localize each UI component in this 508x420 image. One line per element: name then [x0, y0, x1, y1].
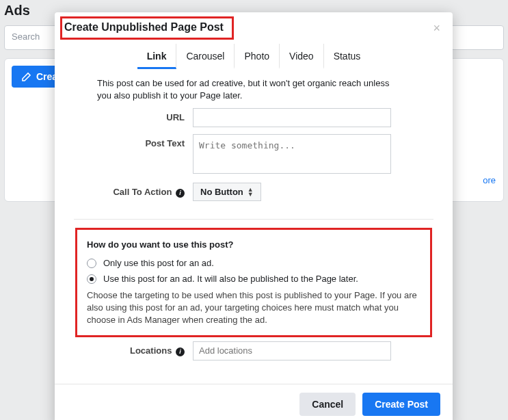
- pencil-edit-icon: [21, 71, 32, 82]
- usage-heading: How do you want to use this post?: [87, 239, 420, 250]
- radio-icon: [87, 274, 96, 284]
- radio-icon: [87, 259, 96, 268]
- radio-label: Use this post for an ad. It will also be…: [103, 274, 358, 284]
- close-icon[interactable]: ×: [433, 12, 443, 34]
- cta-value: No Button: [200, 187, 243, 197]
- tab-status[interactable]: Status: [324, 44, 371, 69]
- cta-select[interactable]: No Button ▲▼: [193, 183, 261, 201]
- radio-option-ad-and-publish[interactable]: Use this post for an ad. It will also be…: [87, 274, 420, 284]
- radio-label: Only use this post for an ad.: [103, 258, 214, 268]
- tab-link[interactable]: Link: [137, 44, 177, 69]
- label-cta: Call To Action i: [75, 183, 193, 198]
- info-icon: i: [176, 189, 185, 198]
- form-section: URL Post Text Call To Action i No Button…: [55, 107, 453, 215]
- helper-text: This post can be used for ad creative, b…: [55, 69, 453, 107]
- section-divider: [74, 219, 433, 220]
- info-icon: i: [176, 347, 185, 356]
- sort-carets-icon: ▲▼: [248, 187, 254, 197]
- label-url: URL: [75, 108, 193, 122]
- usage-section-highlight: How do you want to use this post? Only u…: [75, 228, 432, 337]
- create-unpublished-post-modal: Create Unpublished Page Post × Link Caro…: [55, 12, 453, 420]
- modal-footer: Cancel Create Post: [55, 384, 453, 420]
- tab-photo[interactable]: Photo: [235, 44, 280, 69]
- label-locations: Locations i: [75, 341, 193, 356]
- tab-carousel[interactable]: Carousel: [176, 44, 235, 69]
- locations-input[interactable]: [193, 341, 391, 360]
- post-type-tabs: Link Carousel Photo Video Status: [55, 44, 453, 69]
- create-post-button[interactable]: Create Post: [362, 393, 440, 416]
- post-text-input[interactable]: [193, 134, 391, 174]
- radio-option-ad-only[interactable]: Only use this post for an ad.: [87, 258, 420, 268]
- truncated-link[interactable]: ore: [483, 175, 496, 185]
- label-post-text: Post Text: [75, 134, 193, 148]
- url-input[interactable]: [193, 108, 391, 127]
- cancel-button[interactable]: Cancel: [299, 393, 356, 416]
- tab-video[interactable]: Video: [280, 44, 324, 69]
- modal-title-highlight: Create Unpublished Page Post: [60, 16, 234, 40]
- modal-title: Create Unpublished Page Post: [64, 21, 224, 34]
- usage-note: Choose the targeting to be used when thi…: [87, 289, 420, 327]
